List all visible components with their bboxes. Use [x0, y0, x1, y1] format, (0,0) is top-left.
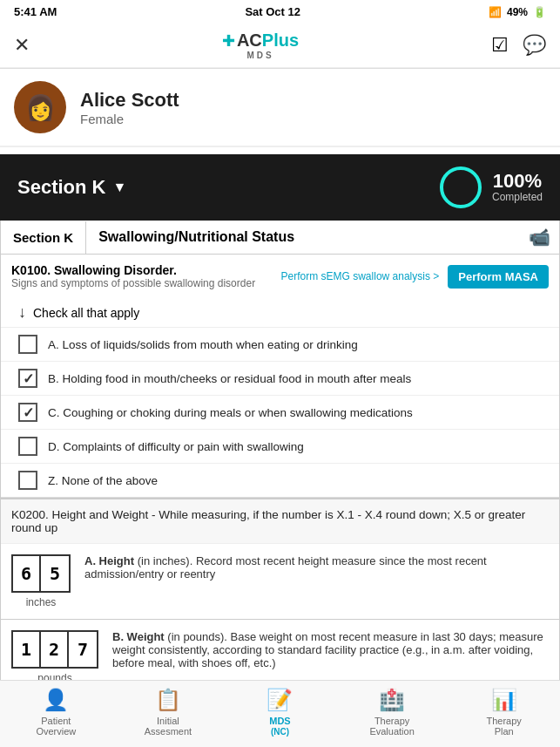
weight-digit-1: 1 — [13, 632, 41, 667]
checkbox-label-A: A. Loss of liquids/solids from mouth whe… — [48, 338, 358, 351]
checkbox-item-Z[interactable]: Z. None of the above — [1, 463, 559, 497]
height-display: 6 5 inches — [11, 554, 71, 608]
nav-mds[interactable]: 📝 MDS(NC) — [236, 688, 323, 737]
mds-label: MDS(NC) — [269, 716, 290, 737]
k0200-block: K0200. Height and Weight - While measuri… — [1, 498, 559, 696]
height-desc: A. Height (in inches). Record most recen… — [84, 554, 549, 581]
height-unit: inches — [26, 596, 57, 608]
status-right: 📶 49% 🔋 — [489, 6, 546, 18]
height-digit-1: 6 — [13, 556, 41, 591]
content-area: K0100. Swallowing Disorder. Signs and sy… — [0, 255, 560, 747]
perform-masa-button[interactable]: Perform MASA — [448, 265, 549, 289]
battery-icon: 🔋 — [533, 6, 546, 18]
patient-overview-label: PatientOverview — [36, 716, 76, 737]
weight-digit-2: 2 — [41, 632, 69, 667]
initial-assessment-label: InitialAssesment — [145, 716, 192, 737]
perform-link[interactable]: Perform sEMG swallow analysis > — [281, 270, 440, 282]
weight-suffix: (in pounds). Base weight on most recent … — [112, 630, 543, 669]
app-header: ✕ ✚ ACPlus MDS ☑ 💬 — [0, 24, 560, 68]
weight-digit-3: 7 — [69, 632, 97, 667]
k0100-block: K0100. Swallowing Disorder. Signs and sy… — [1, 255, 559, 498]
status-bar: 5:41 AM Sat Oct 12 📶 49% 🔋 — [0, 0, 560, 24]
checkbox-D[interactable] — [18, 437, 37, 456]
patient-info: 👩 Alice Scott Female — [0, 69, 560, 142]
mds-icon: 📝 — [267, 688, 293, 712]
progress-area: 100% Completed — [440, 166, 543, 208]
nav-patient-overview[interactable]: 👤 PatientOverview — [12, 688, 99, 737]
logo-subtitle: MDS — [246, 51, 273, 60]
section-title: Swallowing/Nutritional Status — [86, 221, 529, 254]
checkbox-label-Z: Z. None of the above — [48, 474, 158, 487]
checkbox-label-D: D. Complaints of difficulty or pain with… — [48, 440, 304, 453]
checkbox-items: A. Loss of liquids/solids from mouth whe… — [1, 327, 559, 497]
checkbox-A[interactable] — [18, 335, 37, 354]
checkbox-C[interactable]: ✓ — [18, 403, 37, 422]
patient-name: Alice Scott — [80, 89, 179, 112]
k0100-header: K0100. Swallowing Disorder. Signs and sy… — [1, 255, 559, 298]
section-chevron: ▼ — [112, 180, 126, 195]
checklist-icon[interactable]: ☑ — [491, 34, 509, 57]
section-label[interactable]: Section K ▼ — [17, 176, 126, 199]
weight-display: 1 2 7 pounds — [11, 630, 98, 684]
header-icons: ☑ 💬 — [491, 34, 546, 57]
height-digit-boxes: 6 5 — [11, 554, 71, 593]
message-icon[interactable]: 💬 — [523, 34, 546, 57]
check-all-row: ↓ Check all that apply — [1, 298, 559, 327]
patient-avatar: 👩 — [14, 81, 66, 133]
k0100-code: K0100. Swallowing Disorder. — [11, 263, 281, 277]
arrow-down-icon: ↓ — [18, 303, 26, 322]
weight-label: B. Weight — [112, 630, 165, 643]
video-icon[interactable]: 📹 — [529, 227, 550, 248]
nav-therapy-evaluation[interactable]: 🏥 TherapyEvaluation — [348, 688, 435, 737]
bottom-nav: 👤 PatientOverview 📋 InitialAssesment 📝 M… — [0, 680, 560, 747]
status-time: 5:41 AM — [14, 5, 57, 18]
patient-details: Alice Scott Female — [80, 89, 179, 126]
logo-cross-icon: ✚ — [222, 31, 235, 51]
k0100-title-area: K0100. Swallowing Disorder. Signs and sy… — [11, 263, 281, 289]
checkbox-B[interactable]: ✓ — [18, 369, 37, 388]
height-suffix: (in inches). Record most recent height m… — [84, 554, 487, 581]
checkbox-item-D[interactable]: D. Complaints of difficulty or pain with… — [1, 429, 559, 463]
weight-desc: B. Weight (in pounds). Base weight on mo… — [112, 630, 549, 669]
progress-text: 100% Completed — [492, 172, 543, 203]
checkbox-item-A[interactable]: A. Loss of liquids/solids from mouth whe… — [1, 327, 559, 361]
weight-digit-boxes: 1 2 7 — [11, 630, 98, 669]
patient-overview-icon: 👤 — [43, 688, 69, 712]
section-banner: Section K ▼ 100% Completed — [0, 154, 560, 221]
checkbox-label-C: C. Coughing or choking during meals or w… — [48, 406, 413, 419]
therapy-plan-icon: 📊 — [491, 688, 517, 712]
therapy-evaluation-icon: 🏥 — [379, 688, 405, 712]
k0200-header: K0200. Height and Weight - While measuri… — [1, 498, 559, 543]
height-label: A. Height — [84, 554, 134, 567]
check-all-label: Check all that apply — [33, 306, 139, 320]
nav-initial-assessment[interactable]: 📋 InitialAssesment — [125, 688, 212, 737]
battery-level: 49% — [507, 6, 528, 18]
height-digit-2: 5 — [41, 556, 69, 591]
progress-circle — [440, 166, 482, 208]
section-code: Section K — [1, 221, 86, 254]
status-date: Sat Oct 12 — [245, 5, 300, 18]
section-title-row: Section K Swallowing/Nutritional Status … — [0, 221, 560, 255]
close-button[interactable]: ✕ — [14, 34, 30, 57]
therapy-plan-label: TherapyPlan — [486, 716, 521, 737]
progress-label: Completed — [492, 191, 543, 203]
progress-pct: 100% — [492, 172, 543, 191]
section-name: Section K — [17, 176, 105, 199]
initial-assessment-icon: 📋 — [155, 688, 181, 712]
checkbox-Z[interactable] — [18, 471, 37, 490]
wifi-icon: 📶 — [489, 6, 502, 18]
checkbox-item-B[interactable]: ✓B. Holding food in mouth/cheeks or resi… — [1, 361, 559, 395]
k0100-desc: Signs and symptoms of possible swallowin… — [11, 277, 281, 289]
app-logo: ✚ ACPlus MDS — [222, 31, 299, 60]
height-row: 6 5 inches A. Height (in inches). Record… — [1, 543, 559, 619]
therapy-evaluation-label: TherapyEvaluation — [369, 716, 414, 737]
checkbox-label-B: B. Holding food in mouth/cheeks or resid… — [48, 372, 411, 385]
checkbox-item-C[interactable]: ✓C. Coughing or choking during meals or … — [1, 395, 559, 429]
patient-gender: Female — [80, 112, 179, 126]
nav-therapy-plan[interactable]: 📊 TherapyPlan — [461, 688, 548, 737]
